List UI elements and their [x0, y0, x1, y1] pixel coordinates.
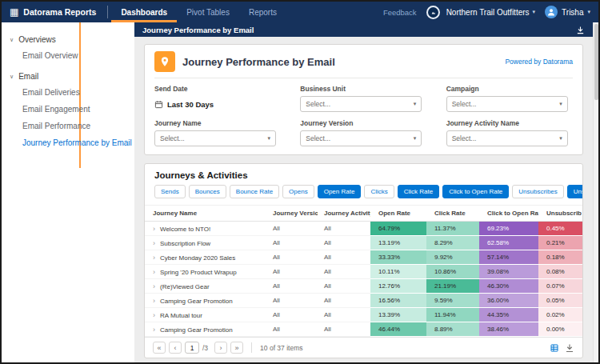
scrollbar-thumb[interactable] [594, 24, 598, 100]
tab-reports[interactable]: Reports [239, 2, 286, 22]
report-titlebar-title: Journey Performance by Email [142, 26, 254, 34]
user-menu[interactable]: Trisha ▾ [545, 2, 598, 22]
sidebar-item-email-overview[interactable]: Email Overview [2, 47, 134, 64]
org-selector[interactable]: Northern Trail Outfitters ▾ [446, 2, 535, 22]
expand-row-icon[interactable]: › [153, 311, 155, 319]
section-label: Email [18, 72, 38, 81]
col-unsubscribe-rate[interactable]: Unsubscribe R... ↓ [538, 206, 583, 222]
spacer [286, 2, 383, 22]
trailhead-badge-icon[interactable] [426, 6, 440, 19]
last-page-button[interactable]: » [230, 342, 243, 354]
metric-cell: 57.14% [479, 250, 538, 265]
metric-cell: 69.23% [479, 222, 538, 236]
send-date-filter-group: Send Date Last 30 Days [154, 85, 281, 112]
sidebar-section-overviews[interactable]: ∨ Overviews [2, 32, 134, 47]
sidebar-item-email-engagement[interactable]: Email Engagement [2, 101, 134, 118]
journey-version: All [266, 250, 318, 265]
send-date-filter[interactable]: Last 30 Days [154, 96, 281, 112]
metric-button-bounce-rate[interactable]: Bounce Rate [230, 185, 279, 198]
metric-button-bounces[interactable]: Bounces [189, 185, 226, 198]
metric-button-click-rate[interactable]: Click Rate [398, 185, 439, 198]
journey-version: All [266, 294, 318, 308]
journey-version-select[interactable]: Select... ▾ [300, 130, 422, 146]
col-journey-activity[interactable]: Journey Activity [318, 206, 370, 222]
business-unit-select[interactable]: Select... ▾ [300, 96, 422, 112]
journey-activity: All [318, 236, 370, 250]
report-content: Journey Performance by Email Powered by … [134, 37, 593, 358]
expand-row-icon[interactable]: › [153, 239, 155, 247]
metric-button-unsubscribes[interactable]: Unsubscribes [512, 185, 563, 198]
col-click-to-open-rate[interactable]: Click to Open Rate [479, 206, 538, 222]
metric-cell: 0.00% [538, 322, 583, 337]
col-journey-version[interactable]: Journey Version [266, 206, 318, 222]
journey-activity-name-select[interactable]: Select... ▾ [446, 130, 568, 146]
sidebar-item-email-performance[interactable]: Email Performance [2, 118, 134, 134]
tab-pivot-tables[interactable]: Pivot Tables [177, 2, 239, 22]
download-table-icon[interactable] [565, 343, 574, 353]
expand-row-icon[interactable]: › [153, 282, 155, 290]
metric-cell: 0.08% [538, 265, 583, 279]
expand-row-icon[interactable]: › [153, 225, 155, 233]
table-row[interactable]: ›Spring '20 Product WrapupAllAll10.11%10… [145, 265, 583, 279]
metric-cell: 38.46% [479, 322, 538, 337]
col-click-rate[interactable]: Click Rate [426, 206, 479, 222]
journey-version: All [266, 322, 318, 337]
metric-cell: 0.05% [538, 294, 583, 308]
col-journey-name[interactable]: Journey Name [145, 206, 266, 222]
powered-by-link[interactable]: Powered by Datorama [505, 58, 573, 66]
journey-activity: All [318, 322, 370, 337]
metric-cell: 39.08% [479, 265, 538, 279]
journey-pin-icon [154, 51, 175, 72]
col-open-rate[interactable]: Open Rate [370, 206, 426, 222]
top-navigation-bar: ▦ Datorama Reports Dashboards Pivot Tabl… [2, 2, 598, 22]
journey-name-filter-group: Journey Name Select... ▾ [154, 119, 281, 146]
sidebar-item-email-deliveries[interactable]: Email Deliveries [2, 84, 134, 101]
sidebar-section-email[interactable]: ∨ Email [2, 69, 134, 84]
chevron-down-icon: ▾ [533, 9, 536, 15]
expand-row-icon[interactable]: › [153, 254, 155, 262]
expand-row-icon[interactable]: › [153, 297, 155, 305]
next-page-button[interactable]: › [214, 342, 227, 354]
table-header-row: Journey Name Journey Version Journey Act… [145, 206, 583, 222]
org-name: Northern Trail Outfitters [446, 8, 530, 17]
avatar [545, 6, 558, 18]
chevron-down-icon: ▾ [414, 101, 417, 107]
metric-button-open-rate[interactable]: Open Rate [318, 185, 362, 198]
metric-button-sends[interactable]: Sends [154, 185, 186, 198]
journey-name: Spring '20 Product Wrapup [160, 269, 237, 276]
select-placeholder: Select... [452, 134, 477, 142]
metric-cell: 46.30% [479, 279, 538, 294]
vertical-scrollbar[interactable] [593, 22, 598, 362]
table-row[interactable]: ›Camping Gear PromotionAllAll16.56%9.59%… [145, 294, 583, 308]
table-row[interactable]: ›Cyber Monday 2020 SalesAllAll33.33%9.92… [145, 250, 583, 265]
select-placeholder: Select... [452, 100, 477, 108]
app-window: ▦ Datorama Reports Dashboards Pivot Tabl… [0, 0, 600, 364]
previous-page-button[interactable]: ‹ [169, 342, 182, 354]
tab-dashboards[interactable]: Dashboards [111, 2, 177, 22]
table-row[interactable]: ›Welcome to NTO!AllAll64.79%11.37%69.23%… [145, 222, 583, 236]
sidebar-item-journey-performance-by-email[interactable]: Journey Performance by Email [2, 134, 134, 151]
metric-cell: 12.76% [370, 279, 426, 294]
metric-cell: 64.79% [370, 222, 426, 236]
campaign-select[interactable]: Select... ▾ [446, 96, 568, 112]
feedback-link[interactable]: Feedback [383, 8, 417, 17]
metric-button-opens[interactable]: Opens [282, 185, 314, 198]
metric-cell: 21.19% [426, 279, 479, 294]
download-report-icon[interactable] [576, 26, 585, 34]
metric-button-unsubscribe-rate[interactable]: Unsubscribe Rate [567, 185, 583, 198]
metric-cell: 0.07% [538, 279, 583, 294]
metric-button-click-to-open-rate[interactable]: Click to Open Rate [442, 185, 509, 198]
page-number-input[interactable]: 1 [185, 342, 199, 354]
table-row[interactable]: ›RA Mutual tourAllAll13.39%11.94%44.35%0… [145, 308, 583, 322]
grid-view-icon[interactable] [550, 343, 559, 353]
table-row[interactable]: ›Subscription FlowAllAll13.19%8.29%62.58… [145, 236, 583, 250]
expand-row-icon[interactable]: › [153, 268, 155, 276]
table-row[interactable]: ›(Re)Viewed GearAllAll12.76%21.19%46.30%… [145, 279, 583, 294]
metric-button-clicks[interactable]: Clicks [364, 185, 394, 198]
journey-name-select[interactable]: Select... ▾ [154, 130, 276, 146]
send-date-value: Last 30 Days [167, 100, 214, 109]
table-row[interactable]: ›Camping Gear PromotionAllAll46.44%8.89%… [145, 322, 583, 337]
expand-row-icon[interactable]: › [153, 326, 155, 334]
first-page-button[interactable]: « [153, 342, 166, 354]
divider [251, 342, 252, 353]
